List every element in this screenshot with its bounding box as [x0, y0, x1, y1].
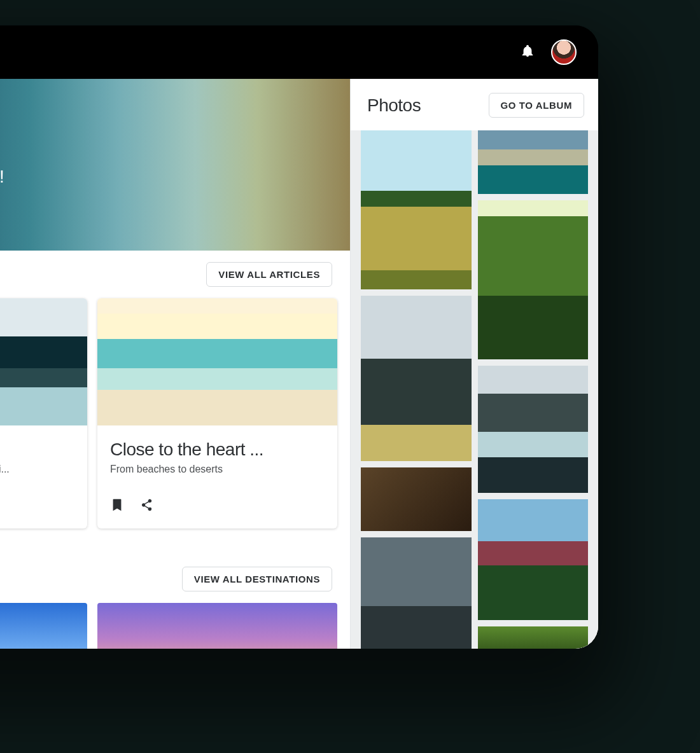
share-icon[interactable]: [139, 498, 153, 515]
go-to-album-button[interactable]: GO TO ALBUM: [489, 93, 584, 118]
photo-thumbnail[interactable]: [478, 626, 589, 649]
photo-thumbnail[interactable]: [361, 296, 472, 461]
destination-thumbnail[interactable]: [0, 603, 87, 649]
main-column: ! We've searched gs - special for you! V…: [0, 79, 350, 649]
article-thumbnail: [0, 298, 87, 425]
sidebar-title: Photos: [367, 95, 421, 116]
device-frame: ! We've searched gs - special for you! V…: [0, 25, 598, 649]
photo-thumbnail[interactable]: [478, 366, 589, 493]
bookmark-icon[interactable]: [110, 498, 124, 515]
destinations-actions: VIEW ALL DESTINATIONS: [0, 528, 350, 603]
content-area: ! We've searched gs - special for you! V…: [0, 79, 598, 649]
photo-thumbnail[interactable]: [361, 130, 472, 289]
hero-text-line-2: gs - special for you!: [0, 165, 350, 189]
photo-thumbnail[interactable]: [361, 467, 472, 531]
photo-thumbnail[interactable]: [478, 130, 589, 194]
article-cards-row: East Europe 10 destinations with amazing…: [0, 298, 350, 528]
destination-cards-row: [0, 603, 350, 649]
hero-text-line-1: ! We've searched: [0, 141, 350, 165]
top-bar: [0, 25, 598, 79]
view-all-articles-button[interactable]: VIEW ALL ARTICLES: [206, 262, 332, 287]
photo-thumbnail[interactable]: [361, 537, 472, 649]
article-card[interactable]: Close to the heart ... From beaches to d…: [97, 298, 337, 528]
hero-banner: ! We've searched gs - special for you!: [0, 79, 350, 251]
avatar[interactable]: [551, 39, 577, 65]
article-card[interactable]: East Europe 10 destinations with amazing…: [0, 298, 87, 528]
photo-thumbnail[interactable]: [478, 499, 589, 620]
destination-thumbnail[interactable]: [97, 603, 337, 649]
article-title: East Europe: [0, 439, 74, 460]
photo-grid: [351, 130, 598, 649]
notifications-icon[interactable]: [521, 44, 535, 60]
articles-actions: VIEW ALL ARTICLES: [0, 251, 350, 298]
article-thumbnail: [97, 298, 337, 425]
photo-thumbnail[interactable]: [478, 200, 589, 359]
article-subtitle: 10 destinations with amazing vi...: [0, 464, 74, 475]
article-subtitle: From beaches to deserts: [110, 464, 325, 475]
photos-sidebar: Photos GO TO ALBUM: [350, 79, 598, 649]
article-title: Close to the heart ...: [110, 439, 325, 460]
sidebar-header: Photos GO TO ALBUM: [351, 79, 598, 130]
view-all-destinations-button[interactable]: VIEW ALL DESTINATIONS: [182, 567, 332, 591]
